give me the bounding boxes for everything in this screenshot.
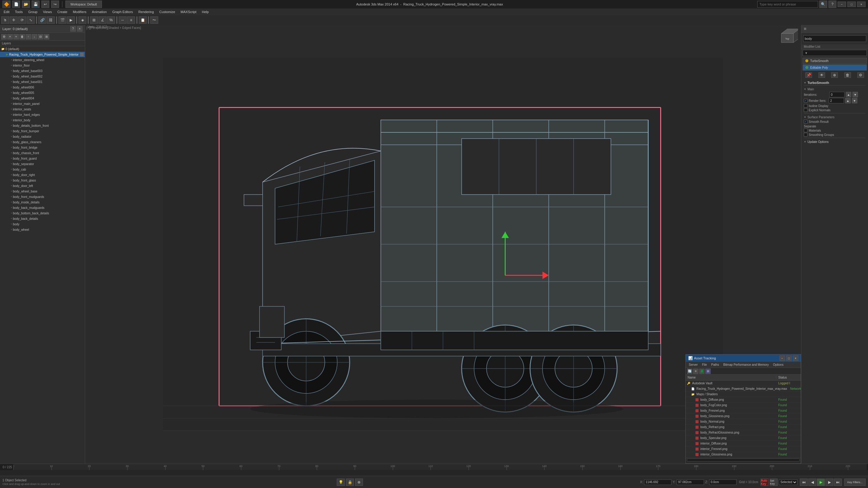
timeline-track[interactable]: 0102030405060708090100110120130140150160…: [13, 464, 867, 470]
object-name-input[interactable]: [803, 35, 866, 42]
iterations-input[interactable]: [829, 92, 844, 97]
asset-row[interactable]: body_Normal.pngFound: [686, 419, 801, 424]
material-editor[interactable]: ◈: [79, 17, 86, 24]
modifier-turbosmooth[interactable]: TurboSmooth: [803, 58, 867, 64]
panel-help-btn[interactable]: ?: [70, 26, 76, 32]
search-button[interactable]: 🔍: [819, 1, 827, 8]
render-iters-down[interactable]: ▼: [852, 98, 857, 103]
search-input[interactable]: [757, 1, 818, 8]
main-section[interactable]: ▼ Main: [804, 87, 866, 92]
prev-frame[interactable]: ◀: [808, 479, 816, 486]
asset-row[interactable]: 📄Racing_Truck_Hydrogen_Powered_Simple_In…: [686, 386, 801, 392]
layer-item[interactable]: •body_front_mudguards: [0, 194, 85, 199]
help-button[interactable]: ?: [829, 1, 836, 8]
layer-expand[interactable]: ⊞: [44, 34, 49, 39]
auto-key-btn[interactable]: Auto Key: [761, 479, 769, 486]
workspace-dropdown[interactable]: Workspace: Default: [65, 1, 102, 8]
render-iters-checkbox[interactable]: [804, 99, 807, 102]
layer-item[interactable]: •body_glass_cleaners: [0, 139, 85, 145]
layer-item[interactable]: •body_wheel_base001: [0, 79, 85, 85]
snap-toggle[interactable]: ⊞: [90, 17, 98, 24]
undo-button[interactable]: ↩: [41, 1, 49, 8]
asset-row[interactable]: interior_Glossiness.pngFound: [686, 452, 801, 456]
layer-item[interactable]: •interior_seats: [0, 106, 85, 112]
layer-item[interactable]: •body_wheel004: [0, 95, 85, 101]
layer-item[interactable]: •body_separator: [0, 161, 85, 167]
menu-tools[interactable]: Tools: [12, 9, 25, 14]
key-mode-select[interactable]: Selected: [779, 480, 798, 485]
layer-item[interactable]: •body_door_right: [0, 172, 85, 177]
layer-item[interactable]: •body_wheel_base003: [0, 68, 85, 73]
asset-row[interactable]: body_Fresnel.pngFound: [686, 408, 801, 414]
open-button[interactable]: 📂: [22, 1, 30, 8]
render-iters-input[interactable]: [829, 98, 844, 103]
layer-add[interactable]: +: [13, 34, 19, 39]
layer-item[interactable]: •interior_body: [0, 117, 85, 123]
layer-item[interactable]: •body_wheel005: [0, 90, 85, 95]
menu-help[interactable]: Help: [199, 9, 212, 14]
menu-graph-editors[interactable]: Graph Editors: [110, 9, 135, 14]
modifier-dropdown[interactable]: ▼: [803, 50, 867, 56]
layer-delete[interactable]: 🗑: [20, 34, 25, 39]
move-tool[interactable]: ✛: [10, 17, 18, 24]
layer-item[interactable]: •body_front_bridge: [0, 145, 85, 150]
menu-maxscript[interactable]: MAXScript: [178, 9, 199, 14]
asset-menu-file[interactable]: File: [700, 363, 709, 367]
asset-close[interactable]: ×: [793, 355, 798, 361]
percent-snap[interactable]: %: [107, 17, 115, 24]
rotate-tool[interactable]: ⟳: [18, 17, 26, 24]
layer-item[interactable]: •body_back_details: [0, 216, 85, 221]
layer-item[interactable]: •interior_main_panel: [0, 101, 85, 106]
layer-item[interactable]: •body_wheel_base: [0, 189, 85, 194]
layer-item[interactable]: ▶Racing_Truck_Hydrogen_Powered_Simple_In…: [0, 52, 85, 57]
surface-params-section[interactable]: ▼ Surface Parameters: [804, 115, 866, 120]
next-frame[interactable]: ▶: [826, 479, 833, 486]
goto-end[interactable]: ⏭: [834, 479, 842, 486]
coord-x[interactable]: 1146.692: [644, 480, 672, 485]
status-light-btn[interactable]: 💡: [337, 479, 345, 486]
layer-collapse[interactable]: ⊟: [38, 34, 43, 39]
play[interactable]: ▶: [817, 479, 825, 486]
layer-item[interactable]: •body_front_guard: [0, 156, 85, 161]
menu-rendering[interactable]: Rendering: [136, 9, 156, 14]
layer-item[interactable]: •body_bottom_back_details: [0, 210, 85, 216]
asset-row[interactable]: body_Refract.pngFound: [686, 424, 801, 430]
turbosmooth-header-collapsible[interactable]: ▼ TurboSmooth: [804, 81, 866, 85]
layer-item[interactable]: •body: [0, 221, 85, 227]
asset-menu-server[interactable]: Server: [687, 363, 700, 367]
select-tool[interactable]: 🖱: [1, 17, 9, 24]
layer-item[interactable]: •body_door_left: [0, 183, 85, 189]
set-key-btn[interactable]: Set Key: [770, 479, 778, 486]
asset-row[interactable]: 🔑Autodesk VaultLogged I: [686, 381, 801, 386]
quick-render[interactable]: ▶: [67, 17, 75, 24]
layer-item[interactable]: •body_radiator: [0, 134, 85, 139]
scale-tool[interactable]: ⤡: [27, 17, 35, 24]
minimize-button[interactable]: −: [838, 2, 846, 7]
render-scene[interactable]: 🎬: [58, 17, 66, 24]
unlink-tool[interactable]: ⛓: [47, 17, 55, 24]
iterations-up[interactable]: ▲: [846, 92, 851, 97]
layer-item[interactable]: 📁0 (default): [0, 46, 85, 52]
menu-customize[interactable]: Customize: [157, 9, 178, 14]
angle-snap[interactable]: ∠: [99, 17, 106, 24]
asset-minimize[interactable]: −: [779, 355, 785, 361]
maximize-button[interactable]: □: [847, 2, 856, 7]
layer-item[interactable]: •interior_hard_edges: [0, 112, 85, 117]
layer-item[interactable]: •interior_floor: [0, 63, 85, 68]
mirror-tool[interactable]: ↔: [119, 17, 127, 24]
layer-item[interactable]: •body_cab: [0, 167, 85, 172]
asset-tree-view[interactable]: 🌲: [699, 368, 705, 374]
layer-item[interactable]: •body_front_bumper: [0, 128, 85, 134]
asset-refresh[interactable]: 🔄: [687, 368, 692, 374]
menu-views[interactable]: Views: [40, 9, 54, 14]
status-lock-btn[interactable]: 🔒: [346, 479, 354, 486]
curve-editor[interactable]: 〜: [150, 17, 158, 24]
layer-move-up[interactable]: ↑: [26, 34, 31, 39]
layer-item[interactable]: •body_chassis_front: [0, 150, 85, 156]
asset-row[interactable]: interior_Diffuse.pngFound: [686, 441, 801, 446]
menu-group[interactable]: Group: [26, 9, 40, 14]
layer-item[interactable]: •body_front_glass: [0, 177, 85, 183]
smooth-result-checkbox[interactable]: [804, 120, 807, 124]
link-tool[interactable]: 🔗: [38, 17, 46, 24]
layer-settings[interactable]: ⚙: [1, 34, 7, 39]
